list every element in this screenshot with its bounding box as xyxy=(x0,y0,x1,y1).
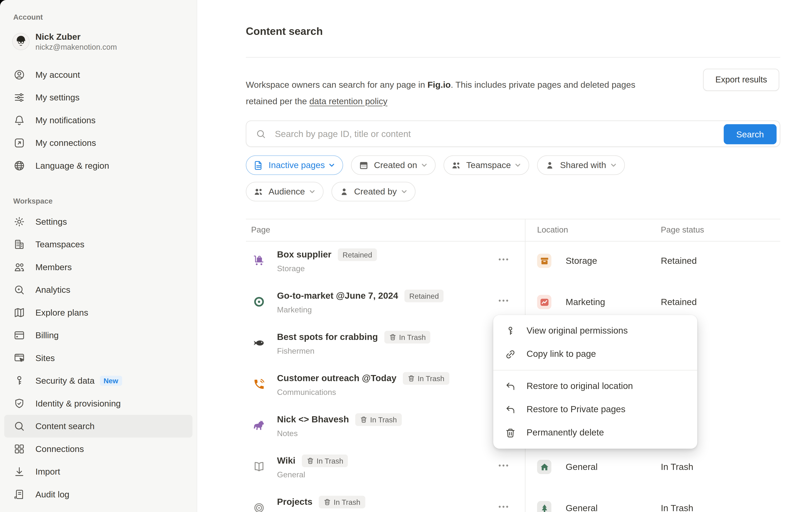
data-retention-policy-link[interactable]: data retention policy xyxy=(309,96,387,106)
sliders-icon xyxy=(13,92,26,104)
page-subtitle: Communications xyxy=(277,388,449,397)
account-profile[interactable]: Nick Zuber nickz@makenotion.com xyxy=(13,26,197,56)
sidebar-item-settings[interactable]: Settings xyxy=(4,210,193,233)
import-icon xyxy=(13,466,26,478)
sidebar-item-label: Identity & provisioning xyxy=(35,398,121,409)
trash-icon xyxy=(307,457,314,465)
settings-sidebar: Account Nick Zuber nickz@makenotion.com xyxy=(0,0,197,512)
status-badge: In Trash xyxy=(319,496,365,508)
page-title-cell[interactable]: Projects xyxy=(277,497,313,507)
sidebar-item-label: My notifications xyxy=(35,115,95,125)
sidebar-item-my-account[interactable]: My account xyxy=(4,63,193,86)
globe-icon xyxy=(13,160,26,172)
page-title-cell[interactable]: Best spots for crabbing xyxy=(277,332,378,342)
fish-icon xyxy=(253,337,265,350)
filter-shared-with[interactable]: Shared with xyxy=(537,155,625,175)
sidebar-item-audit-log[interactable]: Audit log xyxy=(4,483,193,506)
chevron-down-icon xyxy=(328,162,336,169)
filter-created-on[interactable]: Created on xyxy=(351,155,436,175)
house-icon xyxy=(537,460,551,474)
sidebar-item-identity-provisioning[interactable]: Identity & provisioning xyxy=(4,392,193,415)
table-row: Box supplier Retained Storage ••• Storag… xyxy=(246,241,781,282)
sidebar-item-security-data[interactable]: Security & data New xyxy=(4,369,193,392)
scroll-icon xyxy=(13,488,26,501)
sidebar-item-content-search[interactable]: Content search xyxy=(4,415,193,438)
status-badge: In Trash xyxy=(302,454,348,467)
row-context-menu: View original permissions Copy link to p… xyxy=(493,315,697,449)
location-cell: Storage xyxy=(537,254,597,268)
page-title: Content search xyxy=(246,25,323,38)
sidebar-item-label: My account xyxy=(35,70,80,80)
menu-item-view-original-permissions[interactable]: View original permissions xyxy=(493,319,697,342)
column-header-location: Location xyxy=(537,225,568,235)
filter-audience[interactable]: Audience xyxy=(246,182,323,202)
filter-inactive-pages[interactable]: Inactive pages xyxy=(246,155,343,175)
sidebar-item-label: Members xyxy=(35,262,72,272)
page-status: In Trash xyxy=(661,462,693,473)
page-title-cell[interactable]: Wiki xyxy=(277,456,295,466)
credit-card-icon xyxy=(13,329,26,342)
page-title-cell[interactable]: Nick <> Bhavesh xyxy=(277,414,349,425)
phone-icon xyxy=(253,378,265,391)
column-header-status: Page status xyxy=(661,225,704,235)
sidebar-item-members[interactable]: Members xyxy=(4,256,193,279)
filter-row-1: Inactive pages Created on Teamspace xyxy=(246,155,625,175)
menu-item-restore-original-location[interactable]: Restore to original location xyxy=(493,375,697,398)
filter-label: Teamspace xyxy=(466,160,511,170)
sidebar-item-explore-plans[interactable]: Explore plans xyxy=(4,301,193,324)
sidebar-item-sites[interactable]: Sites xyxy=(4,347,193,369)
chevron-down-icon xyxy=(421,162,428,169)
person-icon xyxy=(545,160,555,170)
sidebar-item-import[interactable]: Import xyxy=(4,460,193,483)
search-button[interactable]: Search xyxy=(724,124,777,144)
target-icon xyxy=(253,296,265,308)
page-title-cell[interactable]: Go-to-market @June 7, 2024 xyxy=(277,291,398,301)
row-actions-button[interactable]: ••• xyxy=(499,461,510,470)
menu-item-permanently-delete[interactable]: Permanently delete xyxy=(493,421,697,445)
people-icon xyxy=(451,160,462,170)
sidebar-item-label: Settings xyxy=(35,217,67,227)
sidebar-item-connections[interactable]: Connections xyxy=(4,438,193,460)
location-name: General xyxy=(566,462,598,472)
filter-created-by[interactable]: Created by xyxy=(331,182,415,202)
sidebar-item-my-settings[interactable]: My settings xyxy=(4,86,193,109)
menu-item-copy-link[interactable]: Copy link to page xyxy=(493,342,697,366)
sidebar-item-analytics[interactable]: Analytics xyxy=(4,279,193,301)
row-actions-button[interactable]: ••• xyxy=(499,255,510,263)
status-badge: Retained xyxy=(405,290,444,302)
filter-teamspace[interactable]: Teamspace xyxy=(444,155,529,175)
chevron-down-icon xyxy=(309,188,316,195)
row-actions-button[interactable]: ••• xyxy=(499,297,510,305)
table-header: Page Location Page status xyxy=(246,219,781,242)
table-row: Wiki In Trash General ••• General xyxy=(246,447,781,488)
search-bar: Search xyxy=(246,120,781,147)
search-input[interactable] xyxy=(274,121,569,148)
workspace-menu: Settings Teamspaces Members Analytics xyxy=(0,210,197,506)
page-title-cell[interactable]: Box supplier xyxy=(277,249,331,260)
sidebar-item-my-connections[interactable]: My connections xyxy=(4,132,193,154)
sidebar-item-label: My settings xyxy=(35,93,80,103)
sidebar-item-label: Billing xyxy=(35,330,59,340)
menu-item-restore-private-pages[interactable]: Restore to Private pages xyxy=(493,398,697,421)
export-results-button[interactable]: Export results xyxy=(703,69,779,91)
table-row: Projects In Trash ••• General In Trash xyxy=(246,488,781,512)
page-title-cell[interactable]: Customer outreach @Today xyxy=(277,373,397,384)
undo-icon xyxy=(505,381,516,392)
sidebar-item-teamspaces[interactable]: Teamspaces xyxy=(4,233,193,256)
trash-icon xyxy=(505,427,516,439)
trash-icon xyxy=(407,375,415,382)
column-header-page: Page xyxy=(251,225,270,235)
sidebar-item-label: Sites xyxy=(35,353,55,363)
sidebar-item-language-region[interactable]: Language & region xyxy=(4,154,193,177)
location-cell: General xyxy=(537,460,598,474)
page-status: Retained xyxy=(661,297,697,308)
page-status: In Trash xyxy=(661,503,693,512)
sidebar-item-billing[interactable]: Billing xyxy=(4,324,193,347)
row-actions-button[interactable]: ••• xyxy=(499,503,510,511)
status-badge: Retained xyxy=(338,248,377,261)
rings-icon xyxy=(253,502,265,512)
sidebar-item-my-notifications[interactable]: My notifications xyxy=(4,109,193,132)
page-subtitle: General xyxy=(277,470,348,479)
chevron-down-icon xyxy=(515,162,522,169)
location-name: Storage xyxy=(566,255,597,266)
